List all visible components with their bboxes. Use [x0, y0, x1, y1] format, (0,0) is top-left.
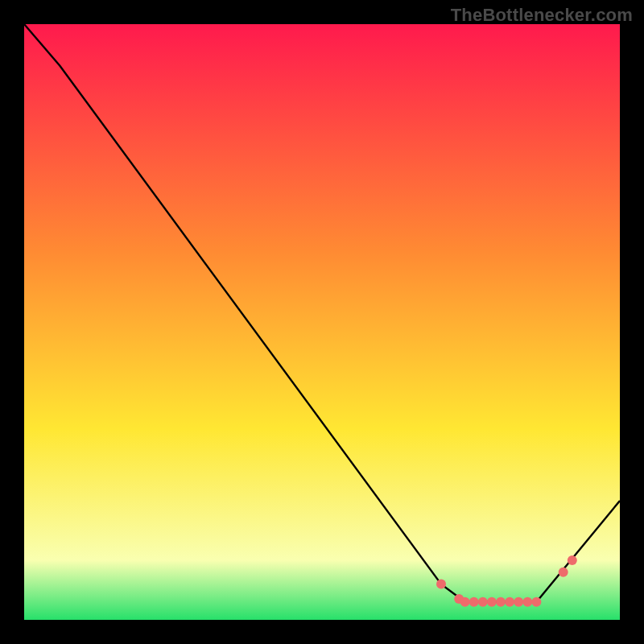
- marker-dot: [478, 597, 488, 607]
- marker-dot: [496, 597, 506, 607]
- plot-area: [24, 24, 620, 620]
- gradient-background: [24, 24, 620, 620]
- marker-dot: [469, 597, 479, 607]
- chart-frame: TheBottlenecker.com: [0, 0, 644, 644]
- marker-dot: [559, 568, 568, 577]
- chart-svg: [24, 24, 620, 620]
- marker-dot: [460, 597, 470, 607]
- marker-dot: [522, 597, 532, 607]
- marker-dot: [514, 597, 523, 607]
- marker-dot: [568, 555, 577, 565]
- marker-dot: [487, 597, 497, 607]
- marker-dot: [531, 597, 541, 607]
- attribution-label: TheBottlenecker.com: [451, 5, 633, 26]
- marker-dot: [436, 580, 446, 589]
- marker-dot: [505, 597, 514, 607]
